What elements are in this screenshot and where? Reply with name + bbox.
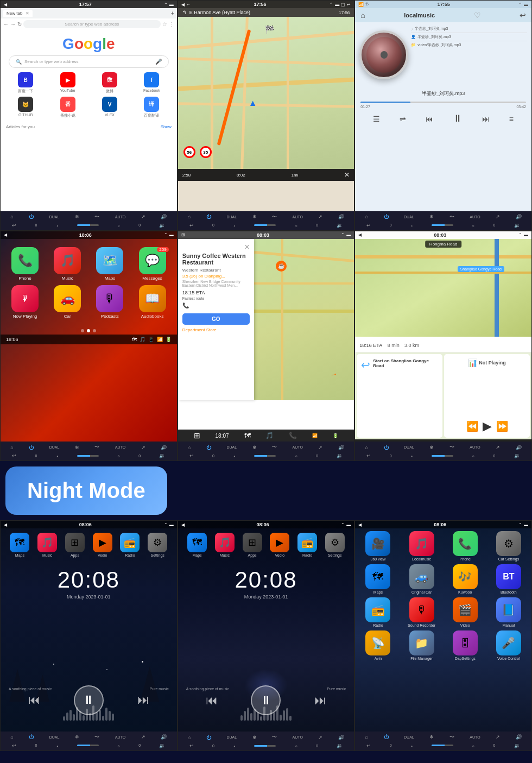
night-app-settings-2[interactable]: ⚙ Settings	[325, 533, 345, 557]
wave-icon-6[interactable]: 〜	[449, 444, 454, 451]
vol-icon-8[interactable]: 🔊	[338, 735, 344, 740]
back-icon-9[interactable]: ↩	[189, 743, 194, 748]
night-app-settings[interactable]: ⚙ Settings	[148, 533, 167, 557]
back-icon-6[interactable]: ↩	[189, 453, 194, 458]
vol-down-icon-7[interactable]: 🔉	[159, 743, 165, 748]
home-icon-9[interactable]: ⌂	[365, 734, 368, 740]
playlist-icon[interactable]: ☰	[373, 115, 380, 123]
wave-icon-5[interactable]: 〜	[272, 444, 277, 451]
ag-dapsettings[interactable]: 🎛 DapSettings	[445, 630, 485, 660]
nav-direction-card[interactable]: ↩ Start on Shangliao Gongye Road	[357, 354, 442, 438]
curve-icon-2[interactable]: ↗	[318, 214, 322, 219]
ag-radio[interactable]: 📻 Radio	[358, 597, 398, 627]
power-icon-9[interactable]: ⏻	[384, 734, 389, 740]
vol-down-icon-6[interactable]: 🔉	[514, 453, 520, 458]
vol-icon-2[interactable]: 🔊	[338, 214, 344, 219]
next-icon[interactable]: ⏭	[482, 115, 490, 123]
ag-voicectrl[interactable]: 🎤 Voice Control	[489, 630, 529, 660]
wave-icon-8[interactable]: 〜	[272, 734, 277, 741]
quicklink-vlex[interactable]: V VLEX	[90, 97, 129, 118]
wave-icon-7[interactable]: 〜	[94, 734, 99, 741]
nav-close[interactable]: ✕	[344, 171, 350, 179]
minimize-icon[interactable]: ▬	[169, 2, 174, 7]
temp-slider-5[interactable]	[254, 455, 276, 457]
carnav-map-area[interactable]: ☕ →	[254, 239, 354, 401]
heart-icon[interactable]: ♡	[474, 11, 481, 20]
home-icon-5[interactable]: ⌂	[188, 445, 191, 450]
ag-video[interactable]: 🎬 Video	[445, 597, 485, 627]
power-icon[interactable]: ⏻	[29, 214, 34, 219]
nav-refresh[interactable]: ↻	[17, 21, 22, 27]
snowflake-icon-5[interactable]: ❄	[252, 445, 257, 450]
power-icon-7[interactable]: ⏻	[29, 734, 34, 740]
night-app-music-2[interactable]: 🎵 Music	[215, 533, 235, 557]
quicklink-facebook[interactable]: f Facebook	[132, 72, 171, 94]
minimize-8[interactable]: ▬	[346, 522, 351, 527]
snowflake-icon-9[interactable]: ❄	[429, 734, 434, 740]
snowflake-icon-3[interactable]: ❄	[429, 214, 434, 219]
power-icon-2[interactable]: ⏻	[206, 214, 211, 219]
grid-dock-icon[interactable]: ⊞	[194, 431, 200, 440]
power-icon-3[interactable]: ⏻	[384, 214, 389, 219]
ag-manual[interactable]: 📘 Manual	[489, 597, 529, 627]
back-icon-2[interactable]: ↩	[347, 2, 351, 7]
wave-icon[interactable]: 〜	[94, 213, 99, 220]
wave-icon-4[interactable]: 〜	[94, 444, 99, 451]
vol-down-icon-5[interactable]: 🔉	[337, 453, 343, 458]
temp-slider-7[interactable]	[77, 745, 99, 746]
back-btn-6[interactable]: ◀	[358, 232, 362, 237]
vol-icon-5[interactable]: 🔊	[338, 445, 344, 450]
back-btn-7[interactable]: ◀	[4, 522, 7, 527]
minimize-5[interactable]: ▬	[346, 232, 351, 237]
back-btn-9[interactable]: ◀	[358, 522, 362, 527]
vol-down-icon-4[interactable]: 🔉	[159, 453, 165, 458]
back-btn-2[interactable]: ◀	[181, 2, 185, 7]
snowflake-icon-7[interactable]: ❄	[75, 734, 79, 740]
power-icon-8[interactable]: ⏻	[206, 735, 211, 740]
quicklink-fanqie[interactable]: 番 番茄小说	[48, 97, 87, 118]
back-icon-8[interactable]: ↩	[12, 743, 16, 748]
minimize-icon-2[interactable]: ▬	[335, 2, 339, 7]
go-button[interactable]: GO	[182, 313, 250, 325]
carnav-close[interactable]: ✕	[182, 243, 250, 251]
fastforward-icon[interactable]: ⏩	[496, 420, 508, 432]
night-app-maps[interactable]: 🗺 Maps	[10, 533, 29, 557]
home-icon-6[interactable]: ⌂	[365, 445, 368, 450]
back-btn-4[interactable]: ◀	[4, 232, 7, 237]
carplay-app-nowplaying[interactable]: 🎙 Now Playing	[6, 285, 44, 319]
vol-down-icon-9[interactable]: 🔉	[514, 743, 520, 748]
power-icon-5[interactable]: ⏻	[206, 445, 211, 450]
music-dock-icon[interactable]: 🎵	[265, 432, 274, 439]
carplay-app-car[interactable]: 🚗 Car	[48, 285, 86, 319]
power-icon-4[interactable]: ⏻	[29, 445, 34, 450]
ag-localmusic[interactable]: 🎵 Localmusic	[401, 531, 441, 561]
wave-icon-2[interactable]: 〜	[272, 213, 277, 220]
minimize-9[interactable]: ▬	[524, 522, 528, 527]
back-icon-7[interactable]: ↩	[366, 453, 371, 458]
curve-icon-5[interactable]: ↗	[318, 445, 322, 450]
night-app-apps-2[interactable]: ⊞ Apps	[243, 533, 262, 557]
song-item-1[interactable]: ♪ 半壶纱_刘珂矣.mp3	[411, 25, 527, 33]
back-btn-8[interactable]: ◀	[181, 522, 185, 527]
ag-avin[interactable]: 📡 Avin	[358, 630, 398, 660]
snowflake-icon[interactable]: ❄	[75, 214, 79, 219]
show-link[interactable]: Show	[161, 124, 172, 129]
night-app-video-2[interactable]: ▶ Vedio	[270, 533, 289, 557]
home-icon-4[interactable]: ⌂	[10, 445, 13, 450]
home-icon[interactable]: ⌂	[10, 214, 13, 219]
back-icon-10[interactable]: ↩	[366, 743, 371, 748]
mic-icon[interactable]: 🎤	[155, 59, 162, 65]
carplay-app-audiobooks[interactable]: 📖 Audiobooks	[133, 285, 171, 319]
snowflake-icon-8[interactable]: ❄	[252, 735, 257, 740]
curve-icon-7[interactable]: ↗	[141, 734, 145, 740]
add-tab-btn[interactable]: +	[171, 10, 174, 16]
ag-recorder[interactable]: 🎙 Sound Recorder	[401, 597, 441, 627]
vol-down-icon-8[interactable]: 🔉	[337, 743, 343, 748]
back-icon-3[interactable]: ↩	[189, 223, 194, 228]
back-icon[interactable]: ↩	[12, 223, 16, 228]
temp-slider-2[interactable]	[254, 224, 276, 226]
google-search-bar[interactable]: 🔍 Search or type web address 🎤	[9, 55, 169, 68]
carplay-app-podcasts[interactable]: 🎙 Podcasts	[91, 285, 129, 319]
quicklink-github[interactable]: 🐱 GITHUB	[6, 97, 45, 118]
prev-icon[interactable]: ⏮	[426, 115, 433, 123]
